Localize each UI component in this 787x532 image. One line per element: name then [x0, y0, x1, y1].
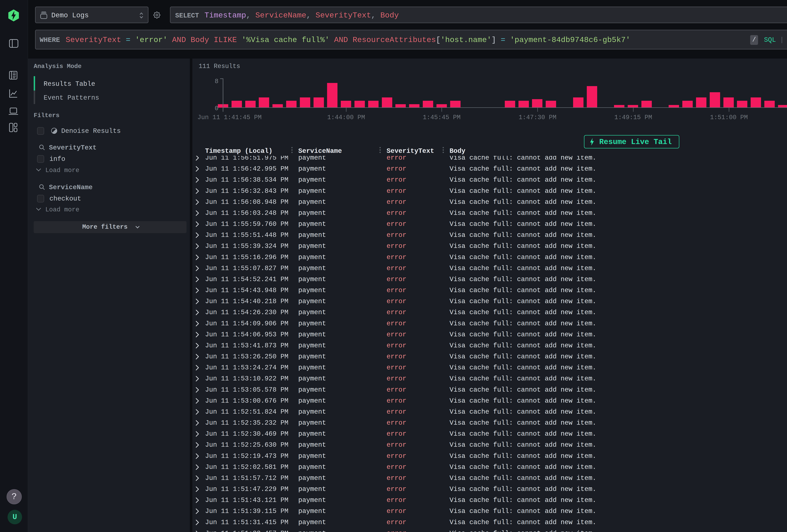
svg-text:0: 0 — [215, 105, 218, 112]
svg-text:8: 8 — [215, 78, 218, 85]
